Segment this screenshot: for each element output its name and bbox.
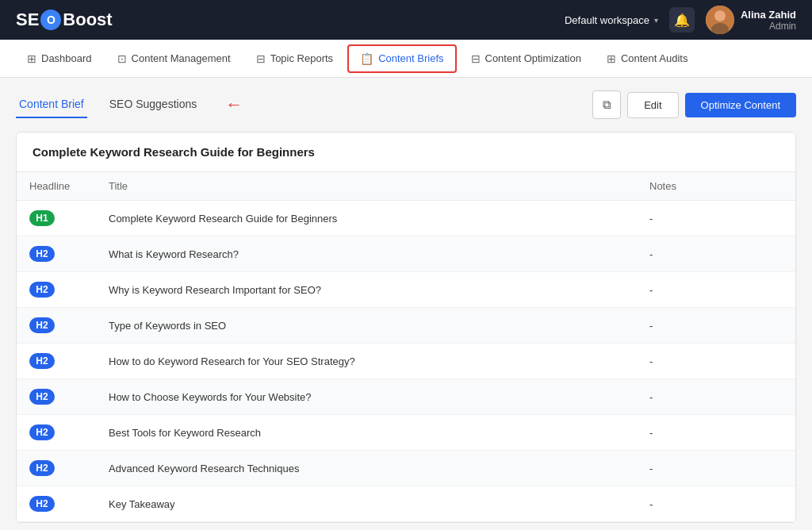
- tabs-row: Content Brief SEO Suggestions ← ⧉ Edit O…: [16, 90, 796, 119]
- tabs-actions: ⧉ Edit Optimize Content: [592, 90, 796, 119]
- tab-content-brief[interactable]: Content Brief: [16, 91, 87, 118]
- user-role: Admin: [741, 21, 796, 32]
- table-row: H1 Complete Keyword Research Guide for B…: [17, 201, 795, 236]
- nav-topic-reports-label: Topic Reports: [270, 52, 333, 64]
- logo[interactable]: SE O Boost: [16, 10, 113, 30]
- logo-text-boost: Boost: [63, 10, 112, 30]
- content-table: Headline Title Notes H1 Complete Keyword…: [17, 172, 795, 522]
- table-row: H2 How to do Keyword Research for Your S…: [17, 344, 795, 379]
- headline-badge: H2: [29, 389, 55, 405]
- cell-headline: H2: [17, 415, 96, 451]
- headline-badge: H2: [29, 496, 55, 512]
- cell-notes: -: [637, 272, 795, 308]
- nav-content-management[interactable]: ⊡ Content Management: [106, 40, 242, 77]
- second-navigation: ⊞ Dashboard ⊡ Content Management ⊟ Topic…: [0, 40, 812, 78]
- headline-badge: H2: [29, 424, 55, 440]
- col-header-title: Title: [96, 172, 637, 201]
- nav-topic-reports[interactable]: ⊟ Topic Reports: [245, 40, 344, 77]
- content-area: Content Brief SEO Suggestions ← ⧉ Edit O…: [0, 78, 812, 530]
- user-info: Alina Zahid Admin: [741, 9, 796, 32]
- cell-title: How to Choose Keywords for Your Website?: [96, 379, 637, 415]
- main-card: Complete Keyword Research Guide for Begi…: [16, 132, 796, 523]
- table-row: H2 Type of Keywords in SEO -: [17, 308, 795, 344]
- nav-dashboard-label: Dashboard: [41, 52, 92, 64]
- dashboard-icon: ⊞: [27, 52, 36, 65]
- cell-title: What is Keyword Research?: [96, 236, 637, 272]
- nav-dashboard[interactable]: ⊞ Dashboard: [16, 40, 103, 77]
- col-header-headline: Headline: [17, 172, 96, 201]
- nav-content-optimization-label: Content Optimization: [485, 52, 581, 64]
- nav-content-audits[interactable]: ⊞ Content Audits: [596, 40, 699, 77]
- headline-badge: H2: [29, 246, 55, 262]
- svg-point-1: [714, 10, 726, 21]
- table-row: H2 Key Takeaway -: [17, 486, 795, 522]
- workspace-area: Default workspace ▾ 🔔 Alina Zahid Admin: [565, 6, 796, 34]
- table-row: H2 Why is Keyword Research Important for…: [17, 272, 795, 308]
- headline-badge: H1: [29, 210, 55, 226]
- headline-badge: H2: [29, 460, 55, 476]
- cell-headline: H2: [17, 308, 96, 344]
- notifications-icon[interactable]: 🔔: [669, 7, 695, 33]
- red-arrow-icon: ←: [225, 94, 243, 115]
- topic-reports-icon: ⊟: [256, 52, 266, 65]
- card-title: Complete Keyword Research Guide for Begi…: [33, 145, 779, 159]
- content-management-icon: ⊡: [117, 52, 127, 65]
- cell-notes: -: [637, 451, 795, 486]
- table-row: H2 How to Choose Keywords for Your Websi…: [17, 379, 795, 415]
- cell-notes: -: [637, 379, 795, 415]
- cell-headline: H2: [17, 379, 96, 415]
- cell-headline: H2: [17, 451, 96, 486]
- cell-headline: H2: [17, 344, 96, 379]
- content-briefs-icon: 📋: [360, 52, 373, 65]
- headline-badge: H2: [29, 282, 55, 298]
- edit-button[interactable]: Edit: [627, 92, 678, 118]
- table-header-row: Headline Title Notes: [17, 172, 795, 201]
- cell-notes: -: [637, 486, 795, 522]
- workspace-label: Default workspace: [565, 14, 649, 26]
- headline-badge: H2: [29, 353, 55, 369]
- cell-headline: H2: [17, 272, 96, 308]
- optimize-content-button[interactable]: Optimize Content: [685, 93, 796, 117]
- nav-content-optimization[interactable]: ⊟ Content Optimization: [460, 40, 592, 77]
- logo-icon: O: [40, 10, 61, 30]
- table-row: H2 Best Tools for Keyword Research -: [17, 415, 795, 451]
- card-header: Complete Keyword Research Guide for Begi…: [17, 132, 795, 172]
- content-audits-icon: ⊞: [607, 52, 616, 65]
- cell-title: Key Takeaway: [96, 486, 637, 522]
- cell-headline: H1: [17, 201, 96, 236]
- cell-headline: H2: [17, 486, 96, 522]
- nav-content-briefs-label: Content Briefs: [378, 52, 443, 64]
- logo-text-se: SE: [16, 10, 39, 30]
- cell-title: How to do Keyword Research for Your SEO …: [96, 344, 637, 379]
- cell-title: Advanced Keyword Research Techniques: [96, 451, 637, 486]
- cell-title: Best Tools for Keyword Research: [96, 415, 637, 451]
- workspace-selector[interactable]: Default workspace ▾: [565, 14, 658, 26]
- avatar: [706, 6, 734, 34]
- cell-headline: H2: [17, 236, 96, 272]
- user-name: Alina Zahid: [741, 9, 796, 21]
- cell-notes: -: [637, 415, 795, 451]
- content-optimization-icon: ⊟: [471, 52, 481, 65]
- tab-seo-suggestions[interactable]: SEO Suggestions: [106, 91, 201, 118]
- cell-title: Complete Keyword Research Guide for Begi…: [96, 201, 637, 236]
- cell-title: Type of Keywords in SEO: [96, 308, 637, 344]
- cell-notes: -: [637, 344, 795, 379]
- cell-notes: -: [637, 201, 795, 236]
- nav-content-management-label: Content Management: [132, 52, 231, 64]
- col-header-notes: Notes: [637, 172, 795, 201]
- nav-content-briefs[interactable]: 📋 Content Briefs: [347, 44, 456, 73]
- table-row: H2 Advanced Keyword Research Techniques …: [17, 451, 795, 486]
- cell-notes: -: [637, 308, 795, 344]
- table-row: H2 What is Keyword Research? -: [17, 236, 795, 272]
- cell-notes: -: [637, 236, 795, 272]
- cell-title: Why is Keyword Research Important for SE…: [96, 272, 637, 308]
- nav-content-audits-label: Content Audits: [621, 52, 688, 64]
- top-navigation: SE O Boost Default workspace ▾ 🔔 Alina Z…: [0, 0, 812, 40]
- headline-badge: H2: [29, 317, 55, 333]
- copy-button[interactable]: ⧉: [592, 90, 621, 119]
- chevron-down-icon: ▾: [654, 16, 658, 25]
